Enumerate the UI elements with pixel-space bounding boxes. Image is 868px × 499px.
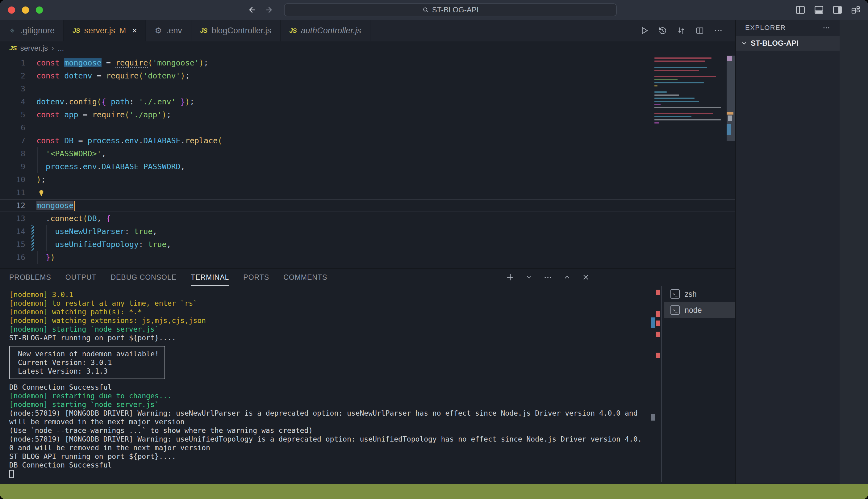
- line-number: 13: [0, 212, 30, 225]
- terminal-decoration-error: [656, 332, 660, 337]
- tab-label: .gitignore: [20, 26, 55, 36]
- notice-line: Current Version: 3.0.1: [18, 358, 159, 367]
- breadcrumb-more[interactable]: ...: [58, 44, 64, 52]
- panel-tab-comments[interactable]: COMMENTS: [283, 269, 327, 286]
- command-center-search[interactable]: ST-BLOG-API: [284, 3, 617, 16]
- code-token: {: [101, 97, 106, 106]
- code-line-9: 9 process.env.DATABASE_PASSWORD,: [0, 160, 735, 173]
- forward-arrow-icon[interactable]: [265, 5, 274, 14]
- code-token: .: [139, 136, 143, 145]
- code-token: ,: [166, 240, 171, 249]
- minimap-line: [654, 67, 707, 68]
- code-token: =: [101, 58, 115, 67]
- line-number: 8: [0, 147, 30, 160]
- terminal-icon: >_: [670, 305, 680, 315]
- editor-scrollbar[interactable]: [726, 55, 735, 268]
- terminal-line: (node:57819) [MONGODB DRIVER] Warning: u…: [9, 435, 654, 443]
- panel-tab-problems[interactable]: PROBLEMS: [9, 269, 51, 286]
- tab-env[interactable]: ⚙.env: [146, 20, 191, 41]
- run-icon[interactable]: [640, 26, 649, 35]
- panel-chevron-down-icon[interactable]: [525, 273, 533, 281]
- minimap-line: [654, 119, 721, 120]
- panel-more-icon[interactable]: [543, 273, 553, 282]
- code-token: require: [115, 58, 148, 68]
- minimize-window-button[interactable]: [22, 7, 29, 14]
- code-token: connect: [50, 214, 83, 223]
- terminal-tab-node[interactable]: >_node: [664, 302, 735, 318]
- tab-gitignore[interactable]: .gitignore: [0, 20, 64, 41]
- compare-changes-icon[interactable]: [677, 26, 686, 35]
- code-token: :: [139, 240, 148, 249]
- explorer-more-actions-icon[interactable]: [822, 24, 830, 32]
- code-token: useUnifiedTopology: [55, 240, 139, 249]
- code-line-6: 6: [0, 121, 735, 134]
- panel-plus-icon[interactable]: [506, 273, 515, 282]
- panel-close-icon[interactable]: [582, 273, 590, 282]
- tab-server-js[interactable]: JSserver.jsM×: [64, 20, 146, 41]
- panel-header: PROBLEMSOUTPUTDEBUG CONSOLETERMINALPORTS…: [0, 269, 735, 286]
- terminal-decoration-error: [656, 311, 660, 317]
- code-token: .: [78, 162, 83, 171]
- panel-tab-debug-console[interactable]: DEBUG CONSOLE: [111, 269, 176, 286]
- code-token: [36, 162, 46, 171]
- code-token: (: [125, 110, 129, 119]
- minimap-line: [654, 82, 704, 83]
- zoom-window-button[interactable]: [36, 7, 43, 14]
- code-token: const: [36, 110, 64, 119]
- line-number: 5: [0, 108, 30, 121]
- terminal-line: DB Connection Successful: [9, 383, 654, 391]
- more-icon[interactable]: [714, 26, 723, 35]
- breadcrumb[interactable]: JS server.js › ...: [0, 41, 735, 55]
- lightbulb-icon[interactable]: [37, 189, 46, 197]
- back-arrow-icon[interactable]: [247, 5, 256, 14]
- tab-label: authController.js: [301, 26, 361, 36]
- tab-label: server.js: [84, 26, 115, 36]
- indent-guide: [46, 238, 47, 251]
- tree-item-vscode[interactable]: [736, 51, 840, 64]
- code-token: =: [73, 136, 87, 145]
- root-folder-name: ST-BLOG-API: [751, 39, 798, 48]
- layout-customize-icon[interactable]: [851, 5, 860, 15]
- code-token: =: [92, 71, 106, 80]
- terminal-line: [nodemon] to restart at any time, enter …: [9, 299, 654, 307]
- layout-panel-bottom-icon[interactable]: [814, 5, 824, 15]
- close-window-button[interactable]: [8, 7, 15, 14]
- terminal-panel: [nodemon] 3.0.1[nodemon] to restart at a…: [0, 286, 735, 484]
- code-token: dotenv: [36, 97, 64, 106]
- explorer-root-folder[interactable]: ST-BLOG-API: [736, 36, 840, 51]
- minimap-line: [654, 85, 657, 86]
- terminal-output[interactable]: [nodemon] 3.0.1[nodemon] to restart at a…: [9, 290, 654, 480]
- line-number: 2: [0, 70, 30, 83]
- search-text: ST-BLOG-API: [432, 5, 479, 14]
- minimap-line: [654, 107, 721, 108]
- layout-sidebar-right-icon[interactable]: [832, 5, 843, 15]
- line-number: 3: [0, 83, 30, 95]
- close-tab-icon[interactable]: ×: [132, 26, 137, 36]
- minimap-line: [654, 92, 667, 93]
- terminal-tab-zsh[interactable]: >_zsh: [664, 286, 735, 302]
- panel-tab-terminal[interactable]: TERMINAL: [191, 269, 229, 286]
- code-token: useNewUrlParser: [55, 227, 125, 236]
- code-token: ;: [190, 97, 195, 106]
- code-token: process: [88, 136, 120, 145]
- chevron-down-icon: [741, 40, 748, 47]
- code-token: const: [36, 136, 64, 145]
- code-token: [176, 97, 181, 106]
- minimap-line: [654, 116, 692, 117]
- layout-sidebar-left-icon[interactable]: [795, 5, 806, 15]
- tab-authController-js[interactable]: JSauthController.js: [281, 20, 370, 41]
- js-file-icon: JS: [73, 27, 80, 34]
- terminal-decoration-error: [656, 290, 660, 295]
- tab-blogController-js[interactable]: JSblogController.js: [191, 20, 281, 41]
- minimap[interactable]: [654, 58, 724, 125]
- breadcrumb-file[interactable]: server.js: [20, 44, 48, 52]
- split-editor-icon[interactable]: [695, 26, 704, 35]
- panel-tab-output[interactable]: OUTPUT: [65, 269, 97, 286]
- minimap-line: [654, 79, 678, 80]
- tab-label: .env: [166, 26, 182, 36]
- code-editor[interactable]: 1const mongoose = require('mongoose');2c…: [0, 55, 735, 268]
- history-icon[interactable]: [658, 26, 667, 35]
- panel-chevron-up-icon[interactable]: [563, 273, 571, 281]
- code-token: DATABASE: [143, 136, 180, 145]
- panel-tab-ports[interactable]: PORTS: [243, 269, 269, 286]
